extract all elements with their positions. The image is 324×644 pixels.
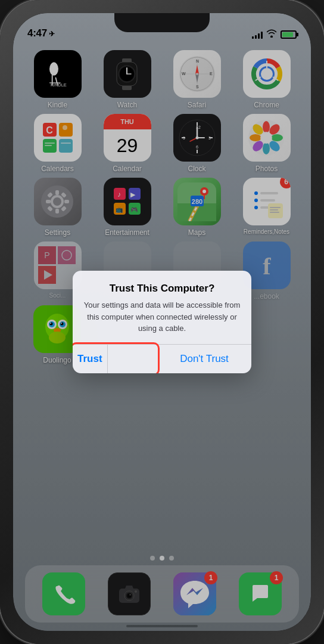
dialog-message: Your settings and data will be accessibl… <box>82 299 242 335</box>
dialog-buttons: Trust Don't Trust <box>73 344 251 373</box>
dialog-overlay: Trust This Computer? Your settings and d… <box>13 13 311 631</box>
dialog-content: Trust This Computer? Your settings and d… <box>73 271 251 344</box>
phone-inner: 4:47 ✈ <box>13 13 311 631</box>
phone-frame: 4:47 ✈ <box>0 0 324 644</box>
dont-trust-button[interactable]: Don't Trust <box>157 345 251 373</box>
screen: 4:47 ✈ <box>13 13 311 631</box>
dialog-title: Trust This Computer? <box>82 283 242 295</box>
trust-button[interactable]: Trust <box>73 345 108 373</box>
trust-dialog: Trust This Computer? Your settings and d… <box>73 271 251 373</box>
